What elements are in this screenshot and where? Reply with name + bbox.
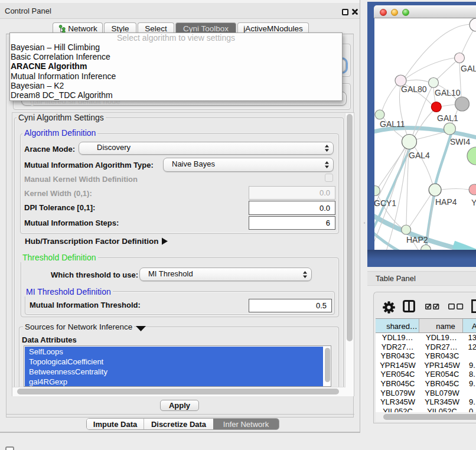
svg-text:GAL7: GAL7 bbox=[461, 64, 476, 73]
svg-text:SWI4: SWI4 bbox=[450, 137, 470, 146]
svg-text:GAL80: GAL80 bbox=[401, 84, 427, 94]
svg-text:GAL10: GAL10 bbox=[435, 88, 461, 97]
svg-text:HAP4: HAP4 bbox=[435, 197, 457, 207]
svg-text:GAL1: GAL1 bbox=[437, 113, 458, 123]
svg-text:HAP2: HAP2 bbox=[406, 235, 428, 244]
svg-text:GCY1: GCY1 bbox=[374, 198, 396, 208]
svg-text:Y: Y bbox=[471, 198, 476, 207]
svg-text:GAL4: GAL4 bbox=[409, 151, 430, 160]
svg-text:GAL11: GAL11 bbox=[380, 119, 405, 129]
